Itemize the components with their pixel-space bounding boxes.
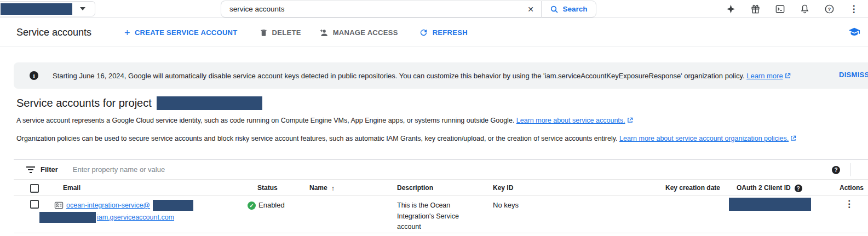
top-bar: ✕ Search ? ⋮ xyxy=(0,0,868,18)
more-menu-icon[interactable]: ⋮ xyxy=(848,4,859,15)
manage-access-label: MANAGE ACCESS xyxy=(333,28,398,37)
page-title: Service accounts xyxy=(16,27,91,38)
filter-bar: Filter ? xyxy=(14,160,868,180)
manage-access-button[interactable]: MANAGE ACCESS xyxy=(319,28,398,38)
gcp-console-screen: ✕ Search ? ⋮ xyxy=(0,0,868,236)
redacted-email-domain xyxy=(153,200,193,211)
external-link-icon xyxy=(785,73,791,79)
divider xyxy=(850,163,850,176)
cloud-shell-icon[interactable] xyxy=(774,4,785,15)
gemini-sparkle-icon[interactable] xyxy=(725,4,736,15)
redacted-project-id xyxy=(157,96,262,110)
create-service-account-button[interactable]: + CREATE SERVICE ACCOUNT xyxy=(124,28,237,38)
banner-learn-more-link[interactable]: Learn more xyxy=(746,72,783,80)
delete-label: DELETE xyxy=(272,28,301,37)
row-actions-menu-icon[interactable]: ⋮ xyxy=(844,199,854,209)
learn-more-org-policies-link[interactable]: Learn more about service account organiz… xyxy=(619,135,789,142)
header-email[interactable]: Email xyxy=(47,180,244,195)
banner-text: Starting June 16, 2024, Google will auto… xyxy=(53,72,791,80)
gift-icon[interactable] xyxy=(750,4,761,15)
search-input-wrap: ✕ xyxy=(221,1,541,18)
key-id-cell: No keys xyxy=(479,195,654,233)
plus-icon: + xyxy=(124,28,130,38)
section-heading: Service accounts for project xyxy=(16,96,262,110)
select-all-checkbox[interactable] xyxy=(30,184,39,193)
table-row: ocean-integration-service@ iam.gservicea… xyxy=(14,195,868,233)
redacted-oauth-client-id xyxy=(729,198,811,211)
page-toolbar: Service accounts + CREATE SERVICE ACCOUN… xyxy=(0,19,868,47)
learn-panel-button[interactable] xyxy=(848,26,860,39)
chevron-down-icon xyxy=(80,7,85,10)
create-service-account-label: CREATE SERVICE ACCOUNT xyxy=(135,28,238,37)
oauth-help-icon[interactable]: ? xyxy=(795,185,802,192)
status-cell: ✓ Enabled xyxy=(244,195,296,233)
header-actions: Actions xyxy=(824,180,868,195)
search-icon xyxy=(550,5,559,14)
enabled-check-icon: ✓ xyxy=(248,202,256,210)
search-button-label: Search xyxy=(562,5,587,13)
header-key-id[interactable]: Key ID xyxy=(479,180,654,195)
person-add-icon xyxy=(319,28,329,38)
description-cell: This is the Ocean Integration's Service … xyxy=(383,195,479,233)
header-key-creation-date[interactable]: Key creation date xyxy=(654,180,726,195)
organization-policies-paragraph: Organization policies can be used to sec… xyxy=(16,135,796,142)
service-accounts-table: Filter ? Email Status Name ↑ Description… xyxy=(14,159,868,233)
filter-help-icon[interactable]: ? xyxy=(832,165,840,174)
sort-ascending-icon: ↑ xyxy=(331,184,335,192)
search-button[interactable]: Search xyxy=(541,1,596,18)
filter-icon xyxy=(26,166,36,174)
table-header-row: Email Status Name ↑ Description Key ID K… xyxy=(14,180,868,195)
project-picker[interactable] xyxy=(0,1,95,16)
actions-cell: ⋮ xyxy=(824,195,868,233)
graduation-cap-icon xyxy=(848,26,860,38)
service-account-email-link[interactable]: iam.gserviceaccount.com xyxy=(97,214,174,221)
name-cell xyxy=(296,195,383,233)
section-heading-text: Service accounts for project xyxy=(16,97,152,110)
header-description[interactable]: Description xyxy=(383,180,479,195)
key-creation-date-cell xyxy=(654,195,726,233)
topbar-icons: ? ⋮ xyxy=(725,0,859,18)
trash-icon xyxy=(260,28,268,37)
external-link-icon xyxy=(790,135,796,141)
filter-label: Filter xyxy=(41,165,58,174)
search-bar: ✕ Search xyxy=(221,1,596,18)
service-account-email-link[interactable]: ocean-integration-service@ xyxy=(66,202,150,209)
filter-input[interactable] xyxy=(73,165,401,174)
external-link-icon xyxy=(627,117,633,123)
redacted-email-domain xyxy=(39,212,96,223)
redacted-project-name xyxy=(1,3,72,15)
clear-search-icon[interactable]: ✕ xyxy=(527,4,534,14)
header-name[interactable]: Name ↑ xyxy=(296,180,383,195)
status-text: Enabled xyxy=(258,201,285,209)
notifications-bell-icon[interactable] xyxy=(799,4,810,15)
delete-button[interactable]: DELETE xyxy=(260,28,301,37)
help-icon[interactable]: ? xyxy=(824,4,835,15)
service-account-description-paragraph: A service account represents a Google Cl… xyxy=(16,117,633,124)
info-icon: i xyxy=(30,71,38,80)
header-status[interactable]: Status xyxy=(244,180,296,195)
service-account-badge-icon xyxy=(54,202,64,209)
row-checkbox[interactable] xyxy=(30,200,39,209)
search-input[interactable] xyxy=(221,1,541,17)
svg-text:?: ? xyxy=(827,7,830,12)
info-banner: i Starting June 16, 2024, Google will au… xyxy=(14,62,868,89)
learn-more-service-accounts-link[interactable]: Learn more about service accounts. xyxy=(516,117,625,124)
refresh-button[interactable]: REFRESH xyxy=(419,28,468,37)
dismiss-button[interactable]: DISMISS xyxy=(839,71,868,79)
oauth-client-id-cell xyxy=(726,195,824,233)
header-oauth-client-id[interactable]: OAuth 2 Client ID ? xyxy=(726,180,824,195)
refresh-label: REFRESH xyxy=(433,28,468,37)
refresh-icon xyxy=(419,28,428,37)
email-cell: ocean-integration-service@ iam.gservicea… xyxy=(47,195,244,233)
